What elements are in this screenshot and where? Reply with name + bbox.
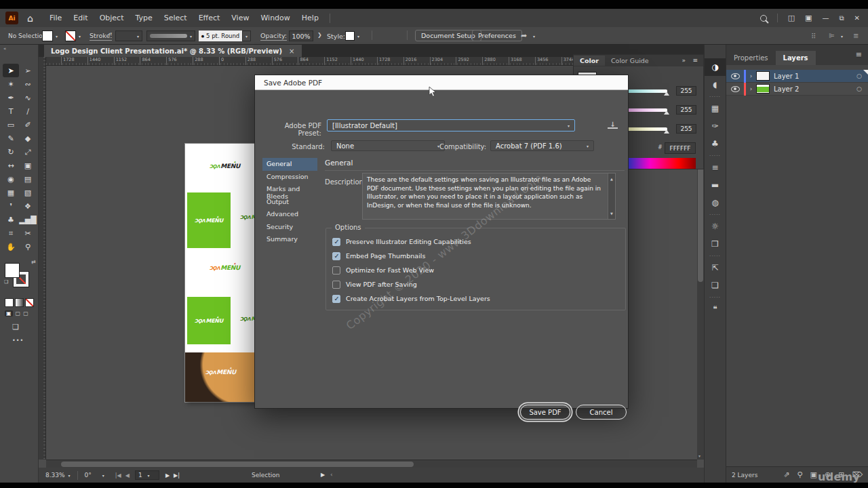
mesh-tool[interactable]: ▦: [3, 186, 19, 199]
visibility-toggle[interactable]: [726, 86, 744, 92]
panel-expand-icon[interactable]: »: [682, 57, 686, 64]
free-transform-tool[interactable]: ▣: [20, 159, 36, 172]
panel-list-icon[interactable]: ≣: [853, 32, 859, 39]
panel-menu-icon[interactable]: ≡: [856, 50, 862, 59]
artboard-tool[interactable]: ⌗: [3, 226, 19, 240]
rotation-chevron-icon[interactable]: ▾: [102, 473, 104, 478]
graphic-styles-panel-icon[interactable]: ❒: [705, 235, 726, 253]
opacity-label[interactable]: Opacity:: [260, 32, 287, 41]
direct-selection-tool[interactable]: ➢: [20, 64, 36, 77]
blue-slider-handle[interactable]: [664, 129, 669, 134]
edit-toolbar-icon[interactable]: •••: [12, 338, 24, 344]
default-fill-stroke-icon[interactable]: ❏: [4, 279, 8, 285]
workspace-switcher-icon[interactable]: ▣: [805, 14, 812, 22]
tab-color-guide[interactable]: Color Guide: [605, 56, 655, 66]
collapse-toolbar-icon[interactable]: «: [3, 46, 6, 52]
column-graph-tool[interactable]: ▂▅█: [20, 213, 36, 226]
stroke-weight-dropdown[interactable]: ▾: [115, 30, 142, 41]
next-artboard-icon[interactable]: ▶: [165, 472, 170, 479]
option-row[interactable]: Optimize for Fast Web View: [332, 263, 625, 277]
locate-object-button[interactable]: ⚲: [797, 470, 803, 479]
menu-item[interactable]: Help: [302, 14, 319, 22]
magic-wand-tool[interactable]: ✶: [3, 77, 19, 91]
checkbox[interactable]: [332, 281, 340, 289]
description-box[interactable]: These are the default settings when savi…: [362, 173, 616, 220]
selection-tool[interactable]: ➤: [3, 64, 19, 77]
blend-tool[interactable]: ❖: [20, 199, 36, 213]
stroke-weight-stepper[interactable]: ▴▾: [108, 32, 112, 35]
cancel-button[interactable]: Cancel: [576, 405, 627, 420]
layer-target-icon[interactable]: ○: [850, 85, 868, 92]
restore-button[interactable]: ⧉: [839, 14, 844, 22]
layer-name[interactable]: Layer 2: [774, 85, 850, 93]
checkbox[interactable]: [332, 252, 340, 260]
draw-normal-icon[interactable]: ▣: [5, 310, 13, 317]
search-icon[interactable]: [760, 15, 767, 22]
save-pdf-button[interactable]: Save PDF: [520, 405, 570, 420]
make-clipping-mask-button[interactable]: ▣: [810, 470, 817, 479]
green-slider-handle[interactable]: [664, 110, 669, 115]
red-value[interactable]: 255: [676, 86, 696, 96]
rectangle-tool[interactable]: ▭: [3, 118, 19, 131]
document-tab[interactable]: Logo Design Client Presentation.ai* @ 8.…: [44, 45, 302, 57]
stroke-chevron-icon[interactable]: ▾: [79, 34, 81, 39]
lasso-tool[interactable]: ∾: [20, 77, 36, 91]
pen-tool[interactable]: ✒: [3, 91, 19, 104]
brush-chevron-icon[interactable]: ▾: [242, 30, 251, 41]
artboard-chevron-icon[interactable]: ▾: [148, 473, 150, 478]
option-row[interactable]: Create Acrobat Layers from Top-Level Lay…: [332, 291, 625, 306]
zoom-level[interactable]: 8.33%: [45, 472, 65, 479]
tab-properties[interactable]: Properties: [726, 51, 776, 65]
horizontal-scrollbar-thumb[interactable]: [61, 462, 414, 467]
pin-chevron-icon[interactable]: ▾: [533, 34, 535, 39]
artboard-navigation[interactable]: 1 ▾: [135, 470, 159, 480]
fill-color-swatch[interactable]: [42, 30, 53, 41]
symbols-panel-icon[interactable]: ♣: [705, 135, 726, 152]
layer-thumbnail[interactable]: [756, 71, 770, 81]
rotation-value[interactable]: 0°: [85, 472, 92, 479]
fill-stroke-control[interactable]: ⇄ ❏: [5, 262, 33, 290]
menu-item[interactable]: Window: [260, 14, 290, 22]
swap-fill-stroke-icon[interactable]: ⇄: [31, 259, 36, 265]
dialog-title-bar[interactable]: Save Adobe PDF: [255, 75, 628, 90]
green-value[interactable]: 255: [676, 105, 696, 115]
scroll-down-icon[interactable]: ▾: [698, 453, 701, 458]
color-panel-icon[interactable]: ◑: [705, 58, 726, 76]
last-artboard-icon[interactable]: ▶|: [174, 472, 180, 479]
touch-workspace-icon[interactable]: ⠿: [811, 33, 816, 40]
panel-menu-icon[interactable]: ≡: [692, 57, 698, 64]
expand-layer-icon[interactable]: ›: [746, 85, 756, 92]
opacity-value[interactable]: 100%: [289, 30, 313, 41]
red-slider-handle[interactable]: [664, 92, 669, 96]
eraser-tool[interactable]: ◆: [20, 131, 36, 145]
menu-item[interactable]: Object: [100, 14, 124, 22]
dialog-section-item[interactable]: Advanced: [262, 208, 317, 221]
dialog-section-item[interactable]: Output: [262, 196, 317, 209]
perspective-grid-tool[interactable]: ▤: [20, 172, 36, 186]
expand-layer-icon[interactable]: ›: [746, 73, 756, 79]
option-row[interactable]: View PDF after Saving: [332, 277, 625, 291]
dialog-section-item[interactable]: General: [262, 158, 317, 171]
dialog-section-item[interactable]: Compression: [262, 171, 317, 184]
option-row[interactable]: Preserve Illustrator Editing Capabilitie…: [332, 235, 625, 249]
dialog-section-item[interactable]: Marks and Bleeds: [262, 183, 317, 196]
appearance-panel-icon[interactable]: ☼: [705, 218, 726, 235]
arrange-documents-icon[interactable]: ◫: [788, 14, 795, 22]
slice-tool[interactable]: ✂: [20, 226, 36, 240]
fill-chevron-icon[interactable]: ▾: [56, 34, 58, 39]
color-button[interactable]: [5, 298, 14, 307]
app-logo[interactable]: Ai: [5, 12, 18, 24]
dock-separator[interactable]: •••••: [705, 211, 726, 218]
dock-separator[interactable]: •••••: [705, 94, 726, 100]
hex-value[interactable]: FFFFFF: [665, 142, 696, 154]
close-button[interactable]: ✕: [854, 14, 860, 22]
layer-row[interactable]: › Layer 1 ○: [726, 70, 868, 83]
option-row[interactable]: Embed Page Thumbnails: [332, 249, 625, 263]
zoom-tool[interactable]: ⚲: [20, 240, 36, 253]
brushes-panel-icon[interactable]: ✑: [705, 117, 726, 135]
tab-layers[interactable]: Layers: [776, 51, 816, 65]
menu-item[interactable]: View: [231, 14, 249, 22]
scale-tool[interactable]: ⤢: [20, 145, 36, 159]
blue-value[interactable]: 255: [676, 124, 696, 134]
menu-item[interactable]: File: [50, 14, 62, 22]
